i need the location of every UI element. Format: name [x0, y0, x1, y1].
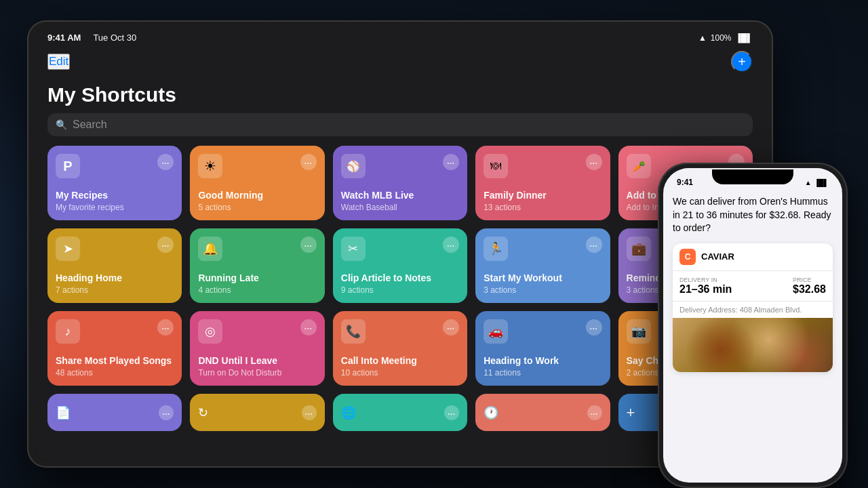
refresh-icon: ↻	[198, 405, 208, 420]
shortcut-card-share-songs[interactable]: ♪ Share Most Played Songs 48 actions	[47, 311, 182, 386]
scissors-icon: ✂	[348, 241, 358, 256]
dots-icon	[163, 409, 170, 417]
battery-text: 100%	[711, 33, 732, 43]
card-title-dnd: DND Until I Leave	[198, 355, 316, 367]
delivery-card[interactable]: C CAVIAR DELIVERY IN 21–36 min PRICE $32…	[673, 243, 833, 372]
shortcut-card-heading-home[interactable]: ➤ Heading Home 7 actions	[47, 228, 182, 303]
add-shortcut-button[interactable]: +	[731, 51, 753, 73]
more-button-b2[interactable]	[302, 405, 317, 420]
card-bottom: Call Into Meeting 10 actions	[341, 355, 459, 378]
more-button-b3[interactable]	[444, 405, 459, 420]
bottom-card-3[interactable]: 🌐	[333, 394, 467, 431]
dots-icon	[591, 409, 598, 417]
search-bar[interactable]: 🔍 Search	[47, 113, 753, 136]
more-button-heading-work[interactable]	[586, 319, 602, 336]
sun-icon: ☀	[204, 158, 216, 174]
card-bottom: Family Dinner 13 actions	[484, 190, 601, 212]
dots-icon	[448, 409, 455, 417]
ipad-content: 9:41 AM Tue Oct 30 ▲ 100% ▐█▌ Edit + My …	[34, 27, 766, 461]
card-subtitle-start-workout: 3 actions	[484, 285, 601, 295]
dnd-icon: ◎	[205, 324, 216, 339]
card-icon-clip-article: ✂	[341, 237, 366, 261]
more-button-share-songs[interactable]	[157, 319, 174, 336]
card-icon-dnd: ◎	[198, 319, 222, 344]
bottom-card-2[interactable]: ↻	[190, 394, 324, 431]
running-icon: 🏃	[488, 241, 503, 256]
iphone-notch	[712, 169, 793, 184]
shortcut-card-call-meeting[interactable]: 📞 Call Into Meeting 10 actions	[333, 311, 467, 386]
ipad-screen: 9:41 AM Tue Oct 30 ▲ 100% ▐█▌ Edit + My …	[34, 27, 766, 461]
delivery-price: PRICE $32.68	[793, 277, 826, 296]
shortcut-card-heading-work[interactable]: 🚗 Heading to Work 11 actions	[475, 311, 610, 386]
card-title-watch-mlb: Watch MLB Live	[341, 190, 459, 201]
card-top: 🍽	[484, 154, 601, 178]
dots-icon	[304, 240, 312, 249]
card-title-good-morning: Good Morning	[198, 190, 316, 201]
card-bottom: Watch MLB Live Watch Baseball	[341, 190, 459, 212]
more-button-b1[interactable]	[159, 405, 174, 420]
plus-icon-b5: +	[627, 404, 635, 422]
more-button-heading-home[interactable]	[157, 237, 174, 253]
more-button-clip-article[interactable]	[443, 237, 459, 253]
card-icon-start-workout: 🏃	[484, 237, 508, 261]
shortcut-card-dnd[interactable]: ◎ DND Until I Leave Turn on Do Not Distu…	[190, 311, 324, 386]
clock-icon: 🕐	[484, 405, 498, 420]
more-button-my-recipes[interactable]	[157, 154, 174, 170]
iphone-wifi-icon: ▲	[805, 179, 812, 186]
card-bottom: Heading Home 7 actions	[56, 272, 174, 295]
bottom-card-1[interactable]: 📄	[47, 394, 182, 431]
edit-button[interactable]: Edit	[47, 54, 70, 70]
globe-icon: 🌐	[341, 405, 356, 420]
plus-icon: +	[738, 54, 746, 70]
dots-icon	[447, 240, 454, 249]
card-subtitle-share-songs: 48 actions	[56, 368, 174, 378]
card-title-heading-work: Heading to Work	[484, 355, 601, 367]
shortcut-card-running-late[interactable]: 🔔 Running Late 4 actions	[190, 228, 324, 303]
card-title-heading-home: Heading Home	[56, 272, 174, 284]
card-icon-share-songs: ♪	[56, 319, 80, 344]
card-title-my-recipes: My Recipes	[56, 190, 174, 201]
card-bottom: Share Most Played Songs 48 actions	[56, 355, 174, 378]
shortcut-card-clip-article[interactable]: ✂ Clip Article to Notes 9 actions	[333, 228, 467, 303]
card-icon-remind: 💼	[627, 237, 651, 261]
more-button-watch-mlb[interactable]	[443, 154, 459, 170]
card-icon-say-cheese: 📷	[627, 319, 651, 344]
food-image	[673, 318, 833, 372]
bottom-card-4[interactable]: 🕐	[475, 394, 610, 431]
music-icon: ♪	[65, 325, 71, 339]
dots-icon	[590, 157, 597, 167]
card-top: 📞	[341, 319, 459, 344]
more-button-call-meeting[interactable]	[443, 319, 459, 336]
wifi-icon: ▲	[698, 33, 707, 43]
card-subtitle-good-morning: 5 actions	[198, 203, 316, 212]
card-top: ◎	[198, 319, 316, 344]
more-button-start-workout[interactable]	[586, 237, 602, 253]
shortcut-card-start-workout[interactable]: 🏃 Start My Workout 3 actions	[475, 228, 610, 303]
card-bottom: Heading to Work 11 actions	[484, 355, 601, 378]
card-title-running-late: Running Late	[198, 272, 316, 284]
card-bottom: Start My Workout 3 actions	[484, 272, 601, 295]
dots-icon	[162, 157, 170, 167]
dinner-icon: 🍽	[490, 160, 501, 172]
caviar-brand: CAVIAR	[701, 251, 734, 262]
shortcut-card-my-recipes[interactable]: P My Recipes My favorite recipes	[47, 146, 182, 220]
iphone-time: 9:41	[677, 178, 693, 187]
more-button-dnd[interactable]	[300, 319, 317, 336]
card-top: P	[56, 154, 174, 178]
more-button-good-morning[interactable]	[300, 154, 317, 170]
caviar-logo: C	[679, 249, 696, 265]
more-button-b4[interactable]	[587, 405, 602, 420]
camera-icon: 📷	[631, 324, 646, 339]
delivery-time-label: DELIVERY IN	[679, 277, 732, 283]
shortcut-card-family-dinner[interactable]: 🍽 Family Dinner 13 actions	[475, 146, 610, 220]
shortcut-card-good-morning[interactable]: ☀ Good Morning 5 actions	[190, 146, 324, 220]
shortcut-card-watch-mlb[interactable]: ⚾ Watch MLB Live Watch Baseball	[333, 146, 467, 220]
status-bar: 9:41 AM Tue Oct 30 ▲ 100% ▐█▌	[34, 27, 766, 48]
iphone-notification-content: We can deliver from Oren's Hummus in 21 …	[663, 190, 842, 378]
card-subtitle-watch-mlb: Watch Baseball	[341, 203, 459, 212]
search-placeholder: Search	[73, 119, 107, 131]
more-button-running-late[interactable]	[300, 237, 317, 253]
card-title-clip-article: Clip Article to Notes	[341, 272, 459, 284]
more-button-family-dinner[interactable]	[586, 154, 602, 170]
card-bottom: DND Until I Leave Turn on Do Not Disturb	[198, 355, 316, 378]
